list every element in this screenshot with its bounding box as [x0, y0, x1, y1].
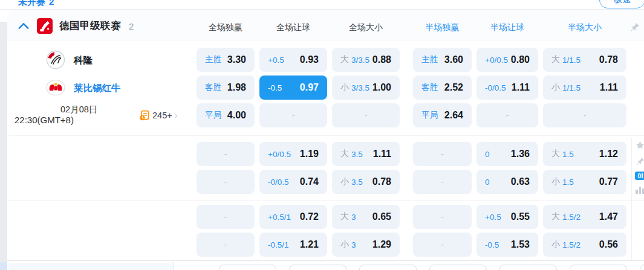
odds-cell[interactable]: 平局2.64 [413, 103, 472, 127]
odds-cell[interactable]: -0/0.51.11 [476, 76, 538, 100]
odds-value: 0.74 [300, 176, 319, 187]
league-match-count: 2 [129, 21, 134, 31]
odds-value: 0.72 [300, 211, 319, 222]
empty-dash: - [441, 149, 444, 159]
away-team-name[interactable]: 莱比锡红牛 [74, 82, 121, 95]
odds-cell[interactable]: 小31.29 [332, 233, 400, 257]
over-under-prefix: 小 [551, 82, 560, 93]
odds-value: 0.80 [511, 54, 530, 65]
odds-value: 3.60 [444, 54, 463, 65]
odds-label: +0/0.5 [268, 150, 291, 159]
odds-cell[interactable]: 大1/1.50.78 [543, 48, 626, 72]
odds-value: 0.77 [599, 176, 618, 187]
odds-cell[interactable]: +0/0.51.19 [259, 142, 327, 166]
next-section-tab[interactable] [499, 265, 557, 270]
odds-cell[interactable]: +0/0.50.80 [476, 48, 538, 72]
odds-cell[interactable]: +0.50.93 [259, 48, 327, 72]
collapse-chevron-up-icon[interactable] [17, 19, 30, 33]
odds-cell-empty: - [543, 103, 626, 127]
odds-cell[interactable]: 大1.5/21.47 [543, 205, 626, 229]
odds-cell[interactable]: 00.63 [476, 170, 538, 194]
odds-history-badge[interactable]: 0 [635, 172, 644, 180]
filter-tab-upcoming[interactable]: 未开赛2 [18, 0, 54, 8]
odds-cell[interactable]: 小3.50.78 [332, 170, 400, 194]
over-under-prefix: 大 [551, 149, 560, 159]
odds-label: 0 [485, 150, 490, 159]
markets-receipt-icon [139, 110, 150, 121]
empty-dash: - [584, 111, 587, 120]
odds-value: 2.52 [444, 82, 463, 93]
odds-cell[interactable]: 小1/1.51.11 [543, 76, 626, 100]
page-edge-strip [0, 22, 7, 270]
odds-label: +0.5 [268, 56, 284, 65]
odds-label: 主胜 [421, 54, 438, 65]
odds-cell[interactable]: 平局4.00 [197, 103, 255, 127]
favorite-star-icon[interactable] [635, 140, 644, 150]
group-divider [8, 200, 644, 201]
empty-dash: - [365, 111, 368, 120]
filter-tab-label: 未开赛 [18, 0, 45, 7]
odds-value: 1.36 [511, 149, 530, 159]
odds-label: +0.5/1 [268, 213, 291, 222]
odds-cell[interactable]: +0.50.55 [476, 205, 538, 229]
next-section-tab[interactable] [570, 265, 627, 270]
odds-cell[interactable]: -0.51.53 [476, 233, 538, 257]
odds-value: 1.11 [600, 82, 618, 93]
odds-cell[interactable]: 主胜3.60 [413, 48, 472, 72]
home-team-badge-koln [46, 50, 65, 69]
match-time: 22:30(GMT+8) [15, 115, 74, 125]
over-under-prefix: 大 [551, 54, 560, 65]
odds-cell[interactable]: -0.5/11.21 [259, 233, 327, 257]
over-under-prefix: 大 [340, 54, 349, 65]
odds-value: 4.00 [227, 110, 246, 121]
odds-cell[interactable]: 01.36 [476, 142, 538, 166]
group-divider [8, 135, 644, 136]
odds-cell[interactable]: 小1.5/20.56 [543, 233, 626, 257]
over-under-prefix: 小 [551, 239, 560, 250]
odds-label: 客胜 [421, 82, 438, 93]
odds-label: 3.5 [351, 178, 363, 187]
odds-value: 0.63 [511, 176, 530, 187]
odds-cell[interactable]: -0.50.97 [259, 76, 327, 100]
odds-label: -0/0.5 [268, 178, 289, 187]
more-markets-count: 245+ [152, 111, 172, 120]
odds-value: 1.11 [512, 82, 530, 93]
pin-icon[interactable] [629, 22, 640, 33]
more-markets-link[interactable]: 245+ › [139, 110, 177, 121]
odds-cell[interactable]: 大1.51.12 [543, 142, 626, 166]
odds-cell[interactable]: 小3/3.51.00 [332, 76, 400, 100]
odds-cell[interactable]: 大30.65 [332, 205, 400, 229]
odds-cell[interactable]: 小1.50.77 [543, 170, 626, 194]
over-under-prefix: 小 [551, 176, 560, 187]
over-under-prefix: 小 [340, 176, 349, 187]
odds-label: +0/0.5 [485, 56, 508, 65]
odds-cell-empty: - [476, 103, 538, 127]
next-section-tab[interactable] [289, 265, 346, 270]
league-name: 德国甲级联赛 [59, 19, 121, 33]
odds-cell[interactable]: 主胜3.30 [197, 48, 255, 72]
next-section-divider [173, 262, 174, 270]
pin-match-icon[interactable] [635, 156, 644, 166]
stats-bar-chart-icon[interactable] [635, 185, 644, 194]
odds-cell-empty: - [197, 142, 255, 166]
odds-value: 1.12 [599, 149, 618, 159]
next-section-tab[interactable] [429, 265, 487, 270]
match-date: 02月08日 [60, 104, 97, 115]
empty-dash: - [224, 212, 227, 222]
tools-divider [631, 138, 632, 260]
next-section-tab[interactable] [219, 265, 276, 270]
odds-cell[interactable]: +0.5/10.72 [259, 205, 327, 229]
home-team-name[interactable]: 科隆 [74, 54, 93, 67]
odds-value: 1.19 [300, 149, 319, 159]
odds-cell[interactable]: -0/0.50.74 [259, 170, 327, 194]
empty-dash: - [224, 240, 227, 249]
odds-cell[interactable]: 客胜2.52 [413, 76, 472, 100]
odds-cell[interactable]: 客胜1.98 [197, 76, 255, 100]
odds-value: 3.30 [227, 54, 246, 65]
odds-label: 客胜 [205, 82, 221, 93]
odds-label: 0 [485, 178, 490, 187]
next-section-tab[interactable] [359, 265, 417, 270]
empty-dash: - [441, 177, 444, 187]
odds-cell[interactable]: 大3.51.11 [332, 142, 400, 166]
odds-cell[interactable]: 大3/3.50.88 [332, 48, 400, 72]
